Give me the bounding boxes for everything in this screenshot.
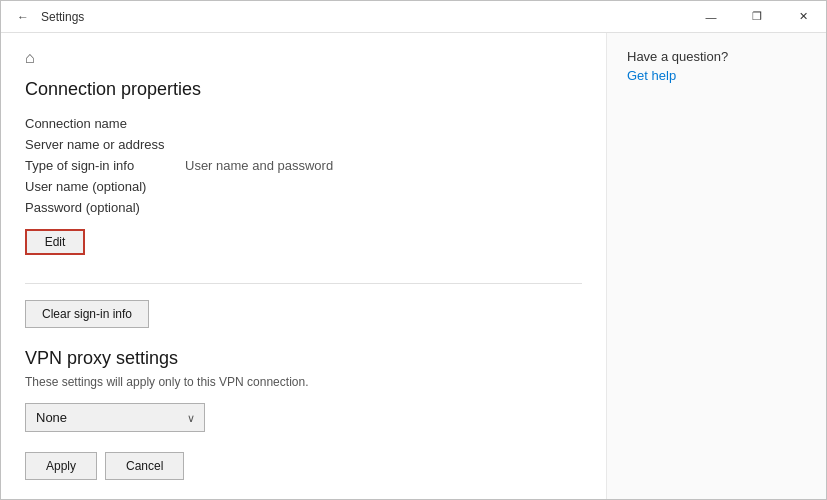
restore-button[interactable]: ❐ bbox=[734, 1, 780, 33]
server-name-row: Server name or address bbox=[25, 137, 582, 152]
main-content: ⌂ Connection properties Connection name … bbox=[1, 33, 606, 499]
proxy-select[interactable]: None Manual Automatic bbox=[25, 403, 205, 432]
title-bar-left: ← Settings bbox=[13, 7, 84, 27]
apply-button[interactable]: Apply bbox=[25, 452, 97, 480]
content-area: ⌂ Connection properties Connection name … bbox=[1, 33, 826, 499]
title-bar: ← Settings — ❐ ✕ bbox=[1, 1, 826, 33]
vpn-section-title: VPN proxy settings bbox=[25, 348, 582, 369]
help-question-text: Have a question? bbox=[627, 49, 806, 64]
sidebar-right: Have a question? Get help bbox=[606, 33, 826, 499]
back-button[interactable]: ← bbox=[13, 7, 33, 27]
username-label: User name (optional) bbox=[25, 179, 185, 194]
vpn-description: These settings will apply only to this V… bbox=[25, 375, 582, 389]
username-row: User name (optional) bbox=[25, 179, 582, 194]
close-button[interactable]: ✕ bbox=[780, 1, 826, 33]
signin-type-value: User name and password bbox=[185, 158, 333, 173]
window-title: Settings bbox=[41, 10, 84, 24]
settings-window: ← Settings — ❐ ✕ ⌂ Connection properties… bbox=[0, 0, 827, 500]
connection-section-title: Connection properties bbox=[25, 79, 582, 100]
window-controls: — ❐ ✕ bbox=[688, 1, 826, 33]
minimize-button[interactable]: — bbox=[688, 1, 734, 33]
password-row: Password (optional) bbox=[25, 200, 582, 215]
bottom-buttons: Apply Cancel bbox=[25, 452, 582, 480]
edit-button[interactable]: Edit bbox=[25, 229, 85, 255]
connection-name-row: Connection name bbox=[25, 116, 582, 131]
proxy-select-wrapper: None Manual Automatic ∨ bbox=[25, 403, 205, 432]
cancel-button[interactable]: Cancel bbox=[105, 452, 184, 480]
get-help-link[interactable]: Get help bbox=[627, 68, 676, 83]
signin-type-row: Type of sign-in info User name and passw… bbox=[25, 158, 582, 173]
divider bbox=[25, 283, 582, 284]
home-icon[interactable]: ⌂ bbox=[25, 49, 35, 67]
clear-signin-button[interactable]: Clear sign-in info bbox=[25, 300, 149, 328]
server-name-label: Server name or address bbox=[25, 137, 185, 152]
signin-type-label: Type of sign-in info bbox=[25, 158, 185, 173]
password-label: Password (optional) bbox=[25, 200, 185, 215]
connection-name-label: Connection name bbox=[25, 116, 185, 131]
